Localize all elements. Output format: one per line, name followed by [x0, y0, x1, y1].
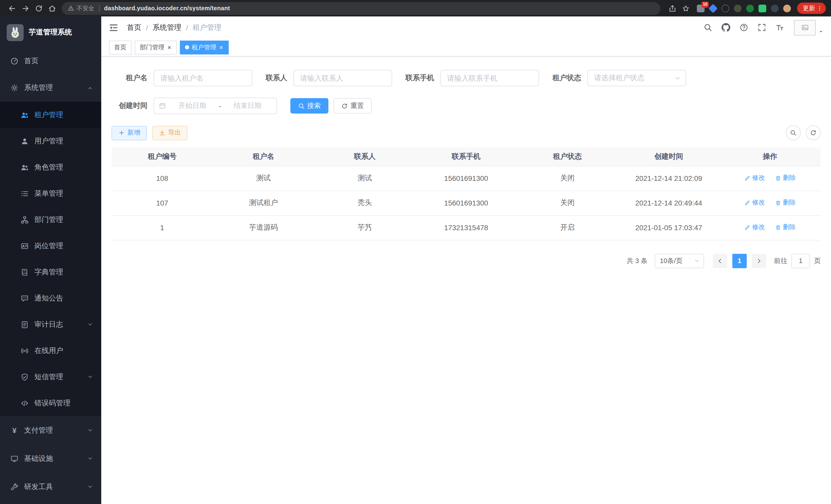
sidebar-item-label: 角色管理 [34, 162, 63, 172]
header-search-button[interactable] [699, 23, 717, 32]
user-avatar-menu[interactable] [794, 20, 824, 35]
roles-icon [21, 163, 29, 171]
field-label: 联系人 [266, 73, 287, 83]
goto-page-input[interactable] [792, 254, 810, 268]
next-page-button[interactable] [752, 254, 766, 268]
sidebar-item-post[interactable]: 岗位管理 [0, 233, 101, 259]
user-icon [21, 137, 29, 145]
chevron-down-icon [87, 456, 93, 462]
sidebar-item-role[interactable]: 角色管理 [0, 154, 101, 180]
sidebar-item-system[interactable]: 系统管理 [0, 74, 101, 102]
reset-button[interactable]: 重置 [334, 98, 372, 114]
edit-icon [744, 175, 751, 181]
sidebar-item-menu[interactable]: 菜单管理 [0, 180, 101, 207]
extension-icon[interactable] [734, 4, 742, 12]
sidebar-item-devtool[interactable]: 研发工具 [0, 473, 101, 501]
input-wrap [440, 70, 539, 86]
main-area: 首页 / 系统管理 / 租户管理 [101, 17, 831, 504]
share-button[interactable] [665, 2, 679, 15]
sidebar-item-user[interactable]: 用户管理 [0, 128, 101, 154]
page-number-button[interactable]: 1 [732, 254, 747, 268]
browser-home-button[interactable] [45, 2, 59, 15]
table-toolbar: 新增 导出 [112, 125, 821, 140]
log-icon [21, 320, 29, 329]
sidebar-item-online[interactable]: 在线用户 [0, 337, 101, 364]
date-range-picker[interactable]: 开始日期 - 结束日期 [154, 98, 277, 114]
add-button[interactable]: 新增 [112, 126, 147, 140]
profile-avatar-icon[interactable] [783, 4, 791, 12]
sidebar-item-pay[interactable]: ¥ 支付管理 [0, 416, 101, 444]
input-wrap [154, 70, 252, 86]
monitor-icon [10, 454, 19, 463]
sidebar-item-label: 租户管理 [34, 110, 63, 119]
font-size-button[interactable] [771, 23, 789, 32]
browser-update-button[interactable]: 更新 [797, 3, 826, 14]
avatar [794, 20, 815, 35]
refresh-table-button[interactable] [806, 125, 821, 140]
bookmark-button[interactable] [679, 2, 692, 15]
contact-input[interactable] [300, 74, 385, 82]
docs-help-button[interactable] [735, 23, 753, 32]
filter-status: 租户状态 请选择租户状态 [552, 70, 686, 86]
address-bar[interactable]: 不安全 dashboard.yudao.iocoder.cn/system/te… [62, 2, 660, 14]
sidebar-item-dashboard[interactable]: 首页 [0, 48, 101, 74]
github-link[interactable] [717, 23, 735, 32]
browser-forward-button[interactable] [19, 2, 32, 15]
extension-icon[interactable] [771, 4, 779, 12]
plus-icon [118, 129, 125, 136]
edit-button[interactable]: 修改 [744, 199, 765, 207]
col-status: 租户状态 [517, 147, 618, 166]
tenant-name-input[interactable] [160, 74, 246, 82]
extension-icon[interactable]: 10 [697, 4, 705, 12]
prev-page-button[interactable] [713, 254, 727, 268]
trash-icon [775, 200, 781, 206]
github-icon [721, 23, 730, 32]
menu-fold-icon[interactable] [109, 22, 119, 33]
extension-icon[interactable] [709, 4, 718, 13]
close-icon[interactable] [219, 45, 224, 50]
toggle-search-button[interactable] [786, 125, 801, 140]
page-content: 租户名 联系人 联系手机 [101, 57, 831, 504]
chevron-up-icon [87, 85, 93, 91]
range-separator: - [217, 102, 223, 110]
delete-button[interactable]: 删除 [775, 174, 796, 183]
logo[interactable]: 芋道管理系统 [0, 17, 101, 48]
delete-button[interactable]: 删除 [775, 199, 796, 207]
browser-back-button[interactable] [5, 2, 19, 15]
app-title: 芋道管理系统 [29, 28, 72, 37]
extension-icon[interactable] [746, 4, 754, 12]
edit-button[interactable]: 修改 [744, 174, 765, 183]
sidebar-item-dept[interactable]: 部门管理 [0, 207, 101, 233]
tenant-table: 租户编号 租户名 联系人 联系手机 租户状态 创建时间 操作 108 测试 [112, 147, 821, 240]
sidebar-item-errorcode[interactable]: 错误码管理 [0, 390, 101, 416]
id-card-icon [21, 242, 29, 250]
tab-tenant[interactable]: 租户管理 [180, 40, 229, 54]
close-icon[interactable] [167, 45, 172, 50]
sidebar-item-sms[interactable]: 短信管理 [0, 364, 101, 390]
sidebar-item-label: 错误码管理 [34, 398, 70, 408]
sidebar-item-infra[interactable]: 基础设施 [0, 444, 101, 473]
export-button[interactable]: 导出 [152, 126, 188, 140]
sidebar-item-label: 岗位管理 [34, 241, 63, 250]
sidebar-item-auditlog[interactable]: 审计日志 [0, 312, 101, 337]
tab-dept[interactable]: 部门管理 [135, 40, 177, 54]
sidebar-item-tenant[interactable]: 租户管理 [0, 102, 101, 128]
search-button[interactable]: 搜索 [290, 98, 328, 114]
sidebar-item-dict[interactable]: 字典管理 [0, 259, 101, 285]
site-security[interactable]: 不安全 [68, 4, 94, 12]
tab-home[interactable]: 首页 [109, 40, 132, 54]
breadcrumb-home[interactable]: 首页 [127, 23, 141, 32]
sidebar-item-notice[interactable]: 通知公告 [0, 285, 101, 312]
sidebar-item-label: 研发工具 [24, 482, 53, 492]
browser-reload-button[interactable] [32, 2, 45, 15]
page-size-select[interactable]: 10条/页 [655, 254, 704, 268]
mobile-input[interactable] [447, 74, 533, 82]
extension-icon[interactable] [758, 4, 766, 12]
fullscreen-button[interactable] [753, 23, 771, 32]
edit-button[interactable]: 修改 [744, 223, 765, 232]
sidebar-item-label: 基础设施 [24, 454, 53, 463]
delete-button[interactable]: 删除 [775, 223, 796, 232]
status-select[interactable]: 请选择租户状态 [588, 70, 686, 86]
tab-label: 首页 [114, 43, 126, 52]
extension-icon[interactable] [721, 4, 729, 12]
